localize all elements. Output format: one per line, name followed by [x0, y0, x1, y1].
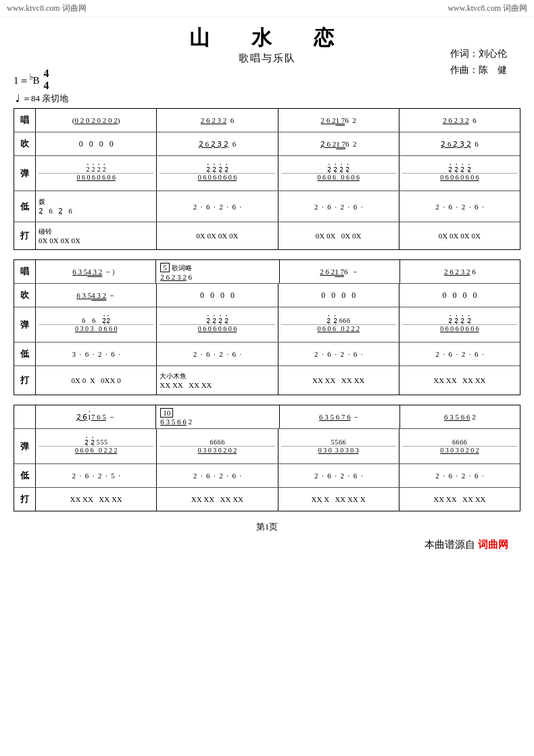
perc-label: 打 [14, 222, 36, 249]
s3-pluck-m2: 6 6 6 6 0 3 0 3 0 2 0 2 [157, 429, 278, 463]
s2-pluck-measures: 6 6 2̣2̣ 0 3 0 3 0 6 6 0 2̣ 2̣ 2̣ 2̣ [36, 307, 520, 342]
sing-row: 唱 (0 2 0 2 0 2 0 2) 2 6 2 3 2 6 2 6 21 7… [14, 109, 520, 132]
pluck-m3: 2̣ 2̣ 2̣ 2̣ 0 6 0 6 0 6 0 6 [278, 156, 399, 191]
perc-row: 打 碰铃 0X 0X 0X 0X 0X 0X 0X 0X 0X 0X 0X 0X… [14, 222, 520, 249]
key-time-row: 1＝♭B 4 4 [14, 68, 520, 91]
s2-pluck-label: 弹 [14, 307, 36, 342]
s3-perc-measures: XX XX XX XX XX XX XX XX XX X XX XX X XX … [36, 488, 520, 511]
s2-perc-label: 打 [14, 366, 36, 395]
system-1: 唱 (0 2 0 2 0 2 0 2) 2 6 2 3 2 6 2 6 21 7… [14, 108, 520, 250]
pluck-row: 弹 2 2 2 2 0 6 0 6 0 6 0 6 [14, 156, 520, 191]
s2-sing-label: 唱 [14, 260, 36, 283]
s2-bass-m1: 3 · 6 · 2 · 6 · [36, 343, 157, 366]
s3-sing-label [14, 405, 36, 428]
pluck-m4: 2̣ 2̣ 2̣ 2̣ 0 6 0 6 0 6 0 6 [399, 156, 520, 191]
s3-sing-m2: 10 6 3 5 6 6 2 [156, 405, 279, 428]
s2-pluck-m2: 2̣ 2̣ 2̣ 2̣ 0 6 0 6 0 6 0 6 [157, 307, 278, 342]
s2-blow-measures: 6 3 54 3 2 － 0 0 0 0 0 0 0 0 0 0 0 0 [36, 284, 520, 307]
s2-pluck-m1: 6 6 2̣2̣ 0 3 0 3 0 6 6 0 [36, 307, 157, 342]
system-3: 2̣ 6̣17 6 5 － 10 6 3 5 6 6 2 6 3 5 6 7 6… [14, 405, 520, 511]
s2-perc-m3: XX XX XX XX [278, 366, 399, 395]
s3-pluck-m3: 5 5 6 6 0 3 0 3 0 3 0 3 [278, 429, 399, 463]
blow-label: 吹 [14, 132, 36, 155]
s2-sing-row: 唱 6 3 54 3 2 －） 5歌词略 2 6 2 3 2 6 2 6 21 … [14, 260, 520, 284]
s3-perc-label: 打 [14, 488, 36, 511]
sing-m4: 2 6 2 3 2 6 [399, 109, 520, 132]
s2-bass-m2: 2 · 6 · 2 · 6 · [157, 343, 278, 366]
bass-row: 低 拨 2̣ 6 2̣ 6 2 · 6 · 2 · 6 · 2 · 6 · 2 … [14, 191, 520, 222]
bass-m3: 2 · 6 · 2 · 6 · [278, 191, 399, 222]
time-sig: 4 4 [44, 68, 49, 91]
s2-blow-m3: 0 0 0 0 [278, 284, 399, 307]
s3-sing-row: 2̣ 6̣17 6 5 － 10 6 3 5 6 6 2 6 3 5 6 7 6… [14, 405, 520, 429]
s3-bass-row: 低 2 · 6 · 2 · 5 · 2 · 6 · 2 · 6 · 2 · 6 … [14, 464, 520, 488]
s3-pluck-measures: 2̣ 2̣ 5 5 5 0 6 0 6 0 2 2 2 6 6 6 6 0 3 … [36, 429, 520, 463]
sing-m3: 2 6 21 76 2 [278, 109, 399, 132]
s3-sing-measures: 2̣ 6̣17 6 5 － 10 6 3 5 6 6 2 6 3 5 6 7 6… [36, 405, 520, 428]
perc-m4: 0X 0X 0X 0X [399, 222, 520, 249]
s3-pluck-m1: 2̣ 2̣ 5 5 5 0 6 0 6 0 2 2 2 [36, 429, 157, 463]
s3-bass-m2: 2 · 6 · 2 · 6 · [157, 464, 278, 487]
s2-bass-row: 低 3 · 6 · 2 · 6 · 2 · 6 · 2 · 6 · 2 · 6 … [14, 343, 520, 366]
s2-bass-label: 低 [14, 343, 36, 366]
s2-sing-m4: 2 6 2 3 2 6 [400, 260, 520, 283]
s2-bass-m4: 2 · 6 · 2 · 6 · [399, 343, 520, 366]
music-page: 1＝♭B 4 4 ♩＝84 亲切地 唱 (0 2 0 2 0 2 0 2) 2 … [0, 68, 534, 554]
s3-perc-m3: XX X XX XX X [278, 488, 399, 511]
sing-measures: (0 2 0 2 0 2 0 2) 2 6 2 3 2 6 2 6 21 76 … [36, 109, 520, 132]
pluck-measures: 2 2 2 2 0 6 0 6 0 6 0 6 2̣ 2̣ [36, 156, 520, 191]
tempo-line: ♩＝84 亲切地 [14, 93, 520, 105]
s2-pluck-m4: 2̣ 2̣ 2̣ 2̣ 0 6 0 6 0 6 0 6 [399, 307, 520, 342]
brand-name: 词曲网 [478, 539, 508, 550]
s3-perc-row: 打 XX XX XX XX XX XX XX XX XX X XX XX X X… [14, 488, 520, 511]
s3-perc-m1: XX XX XX XX [36, 488, 157, 511]
s3-sing-m3: 6 3 5 6 7 6 － [280, 405, 400, 428]
pluck-m2: 2̣ 2̣ 2̣ 2̣ 0 6 0 6 0 6 0 6 [157, 156, 278, 191]
page-wrapper: www.ktvc8.com 词曲网 www.ktvc8.com 词曲网 山 水 … [0, 0, 534, 554]
watermark-left: www.ktvc8.com 词曲网 [7, 3, 87, 14]
watermark-right: www.ktvc8.com 词曲网 [447, 3, 527, 14]
pluck-m1: 2 2 2 2 0 6 0 6 0 6 0 6 [36, 156, 157, 191]
sing-m1: (0 2 0 2 0 2 0 2) [36, 109, 157, 132]
s2-perc-m4: XX XX XX XX [399, 366, 520, 395]
s2-blow-m2: 0 0 0 0 [157, 284, 278, 307]
s2-pluck-m3: 2̣ 2̣ 6 6 6 0 6 0 6 0 2 2 2 [278, 307, 399, 342]
s3-perc-m4: XX XX XX XX [399, 488, 520, 511]
s2-blow-row: 吹 6 3 54 3 2 － 0 0 0 0 0 0 0 0 0 0 0 0 [14, 284, 520, 307]
s2-blow-m4: 0 0 0 0 [399, 284, 520, 307]
perc-m3: 0X 0X 0X 0X [278, 222, 399, 249]
blow-m3: 2̣ 6 21 76 2 [278, 132, 399, 155]
bass-measures: 拨 2̣ 6 2̣ 6 2 · 6 · 2 · 6 · 2 · 6 · 2 · … [36, 191, 520, 222]
blow-m2: 2̣ 6 2̣ 3̣ 2̣ 6 [157, 132, 278, 155]
s2-sing-m2: 5歌词略 2 6 2 3 2 6 [156, 260, 279, 283]
s2-blow-m1: 6 3 54 3 2 － [36, 284, 157, 307]
s2-bass-measures: 3 · 6 · 2 · 6 · 2 · 6 · 2 · 6 · 2 · 6 · … [36, 343, 520, 366]
perc-m2: 0X 0X 0X 0X [157, 222, 278, 249]
brand-text: 本曲谱源自 [424, 539, 475, 550]
s3-bass-m1: 2 · 6 · 2 · 5 · [36, 464, 157, 487]
s3-pluck-label: 弹 [14, 429, 36, 463]
footer-page: 第1页 [14, 521, 520, 533]
bass-m4: 2 · 6 · 2 · 6 · [399, 191, 520, 222]
bass-label: 低 [14, 191, 36, 222]
s3-bass-m4: 2 · 6 · 2 · 6 · [399, 464, 520, 487]
blow-m4: 2̣ 6 2̣ 3̣ 2̣ 6 [399, 132, 520, 155]
s3-bass-measures: 2 · 6 · 2 · 5 · 2 · 6 · 2 · 6 · 2 · 6 · … [36, 464, 520, 487]
s3-perc-m2: XX XX XX XX [157, 488, 278, 511]
s3-bass-m3: 2 · 6 · 2 · 6 · [278, 464, 399, 487]
s2-bass-m3: 2 · 6 · 2 · 6 · [278, 343, 399, 366]
s2-perc-row: 打 0X 0 X 0XX 0 大小木鱼 XX XX XX XX XX XX XX… [14, 366, 520, 395]
author-section: 作词：刘心伦 作曲：陈 健 [450, 46, 507, 78]
blow-m1: 0 0 0 0 [36, 132, 157, 155]
s2-blow-label: 吹 [14, 284, 36, 307]
perc-m1: 碰铃 0X 0X 0X 0X [36, 222, 157, 249]
bass-m2: 2 · 6 · 2 · 6 · [157, 191, 278, 222]
watermark-bar: www.ktvc8.com 词曲网 www.ktvc8.com 词曲网 [0, 0, 534, 18]
s3-sing-m4: 6 3 5 6 6 2 [400, 405, 520, 428]
s2-perc-m1: 0X 0 X 0XX 0 [36, 366, 157, 395]
composer-line: 作曲：陈 健 [450, 62, 507, 78]
s2-sing-m3: 2 6 21 76 － [280, 260, 400, 283]
key-sig: 1＝♭B [14, 72, 40, 87]
page-number: 第1页 [256, 522, 278, 532]
sing-label: 唱 [14, 109, 36, 132]
